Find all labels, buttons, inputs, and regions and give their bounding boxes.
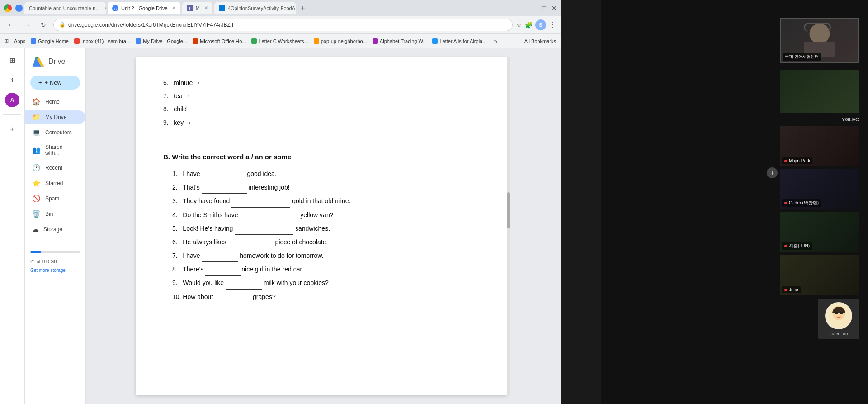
fill9-pre: Would you like <box>183 279 226 286</box>
bookmark-apps[interactable]: Apps <box>14 38 25 44</box>
tab-teams[interactable]: T M ✕ <box>182 2 212 14</box>
sidebar-item-spam[interactable]: 🚫 Spam <box>25 192 85 205</box>
nav-icons: ☆ 🧩 S ⋮ <box>516 19 556 30</box>
fill4-post: yellow van? <box>298 211 333 219</box>
sidebar-item-bin[interactable]: 🗑️ Bin <box>25 207 85 221</box>
bookmark-alphabet[interactable]: Alphabet Tracing W... <box>373 38 427 44</box>
alphabet-favicon <box>373 38 378 44</box>
sidebar-spam-label: Spam <box>45 195 59 202</box>
bookmark-office[interactable]: Microsoft Office Ho... <box>193 38 246 44</box>
yglec-label: YGLEC <box>842 117 859 122</box>
juha-avatar-svg <box>826 303 851 328</box>
tab-close-teams[interactable]: ✕ <box>204 5 208 10</box>
bookmark-all-bookmarks[interactable]: All Bookmarks <box>524 38 556 44</box>
tab-label-countable: Countable-and-Uncountable-n... <box>29 5 100 11</box>
section-b-title: B. Write the correct word a / an or some <box>163 151 480 163</box>
tab-countable[interactable]: Countable-and-Uncountable-n... ✕ <box>24 2 106 14</box>
sidebar-item-recent[interactable]: 🕐 Recent <box>25 161 85 175</box>
tab-favicon-survey <box>219 5 225 11</box>
bookmark-icon[interactable]: ☆ <box>516 21 522 29</box>
julie-name-label: Julie <box>789 287 798 292</box>
fill6-num: 6. <box>172 238 181 246</box>
mydrive-icon: 📁 <box>32 113 41 121</box>
forward-button[interactable]: → <box>21 19 33 31</box>
video-panel: 국제 언어체험센터 YGLEC Mujin Park Caden(박장민) 최준… <box>601 0 868 404</box>
storage-text: 21 of 100 GB <box>25 258 85 265</box>
fill-sentence-8: 8. There's nice girl in the red car. <box>172 264 480 276</box>
get-more-storage-link[interactable]: Get more storage <box>25 267 85 274</box>
toolbar-info-icon[interactable]: ℹ <box>5 73 19 87</box>
back-button[interactable]: ← <box>5 19 17 31</box>
reload-button[interactable]: ↻ <box>37 19 50 31</box>
toolbar-add-icon[interactable]: + <box>5 122 19 137</box>
add-participant-button[interactable]: + <box>767 167 778 178</box>
close-button[interactable]: ✕ <box>552 5 557 12</box>
julie-name-badge: Julie <box>782 286 801 293</box>
doc-content: 6. minute → 7. tea → 8. child → 9. key → <box>163 77 480 303</box>
fill3-num: 3. <box>172 197 181 204</box>
url-text: drive.google.com/drive/folders/1XJi6TMrj… <box>68 22 233 28</box>
sidebar-item-computers[interactable]: 💻 Computers <box>25 126 85 139</box>
sidebar-item-storage[interactable]: ☁ Storage <box>25 223 85 236</box>
bookmark-letter-c[interactable]: Letter C Worksheets... <box>251 38 308 44</box>
bookmark-apps-label: Apps <box>14 38 25 44</box>
juha-name-label: Juha Lim <box>830 331 848 336</box>
storage-bar <box>30 251 80 253</box>
sidebar-item-shared[interactable]: 👥 Shared with... <box>25 141 85 159</box>
tab-label-teams: M <box>196 5 200 11</box>
fill8-num: 8. <box>172 266 181 273</box>
fill-sentence-9: 9. Would you like milk with your cookies… <box>172 277 480 289</box>
toolbar-avatar[interactable]: A <box>5 93 19 107</box>
toolbar-grid-icon[interactable]: ⊞ <box>5 53 19 67</box>
doc-area[interactable]: 6. minute → 7. tea → 8. child → 9. key → <box>86 48 561 404</box>
fill9-post: milk with your cookies? <box>262 279 329 286</box>
fill4-blank <box>240 209 298 221</box>
bookmark-google-home-label: Google Home <box>38 38 69 44</box>
item6-text: minute → <box>174 79 201 86</box>
bookmark-mydrive[interactable]: My Drive - Google... <box>136 38 187 44</box>
room-thumbnail-card <box>780 70 859 113</box>
participant-card-jun: 최준(JUN) <box>780 212 859 252</box>
more-bookmarks-icon[interactable]: » <box>494 38 497 45</box>
fill-sentence-7: 7. I have homework to do for tomorrow. <box>172 250 480 262</box>
sidebar-item-mydrive[interactable]: 📁 My Drive <box>25 110 85 124</box>
mujin-name-label: Mujin Park <box>789 158 810 163</box>
sidebar-item-home[interactable]: 🏠 Home <box>25 95 85 109</box>
profile-icon[interactable]: S <box>535 19 546 30</box>
tab-unit2[interactable]: G Unit 2 - Google Drive ✕ <box>108 2 180 14</box>
bookmark-letter-a[interactable]: Letter A is for Airpla... <box>432 38 486 44</box>
julie-red-dot <box>784 289 787 291</box>
title-bar: Countable-and-Uncountable-n... ✕ G Unit … <box>0 0 561 16</box>
browser-window: Countable-and-Uncountable-n... ✕ G Unit … <box>0 0 561 404</box>
bookmark-inbox[interactable]: Inbox (41) - sam.bra... <box>74 38 130 44</box>
sidebar-starred-label: Starred <box>45 180 63 186</box>
tab-survey[interactable]: 4OpinionSurveyActivity-FoodA... ✕ <box>214 2 296 14</box>
maximize-button[interactable]: □ <box>542 5 546 12</box>
new-tab-button[interactable]: + <box>297 3 308 14</box>
doc-scrollbar[interactable] <box>507 57 510 395</box>
recent-icon: 🕐 <box>32 164 41 172</box>
address-bar[interactable]: 🔒 drive.google.com/drive/folders/1XJi6TM… <box>53 19 513 31</box>
minimize-button[interactable]: — <box>531 5 537 12</box>
participant-card-juha: Juha Lim <box>818 299 859 339</box>
fill1-pre: I have <box>183 170 202 177</box>
new-button[interactable]: + + New <box>30 76 80 90</box>
sidebar-item-starred[interactable]: ⭐ Starred <box>25 176 85 190</box>
mujin-red-dot <box>784 160 787 162</box>
sidebar-shared-label: Shared with... <box>45 144 78 157</box>
bookmark-google-home[interactable]: Google Home <box>31 38 69 44</box>
bookmark-popup[interactable]: pop-up-neighborho... <box>314 38 367 44</box>
menu-icon[interactable]: ⋮ <box>549 20 556 29</box>
tab-close-unit2[interactable]: ✕ <box>172 5 176 10</box>
item7-text: tea → <box>174 92 190 100</box>
apps-icon[interactable]: ⊞ <box>5 38 9 44</box>
tab-close-countable[interactable]: ✕ <box>104 5 106 10</box>
nav-bar: ← → ↻ 🔒 drive.google.com/drive/folders/1… <box>0 16 561 34</box>
drive-logo: Drive <box>25 53 85 70</box>
doc-scroll-thumb[interactable] <box>507 192 510 228</box>
fill10-post: grapes? <box>251 293 275 300</box>
extensions-icon[interactable]: 🧩 <box>525 21 533 29</box>
mujin-name-badge: Mujin Park <box>782 157 812 164</box>
fill4-pre: Do the Smiths have <box>183 211 240 219</box>
main-speaker-label: 국제 언어체험센터 <box>783 53 821 61</box>
